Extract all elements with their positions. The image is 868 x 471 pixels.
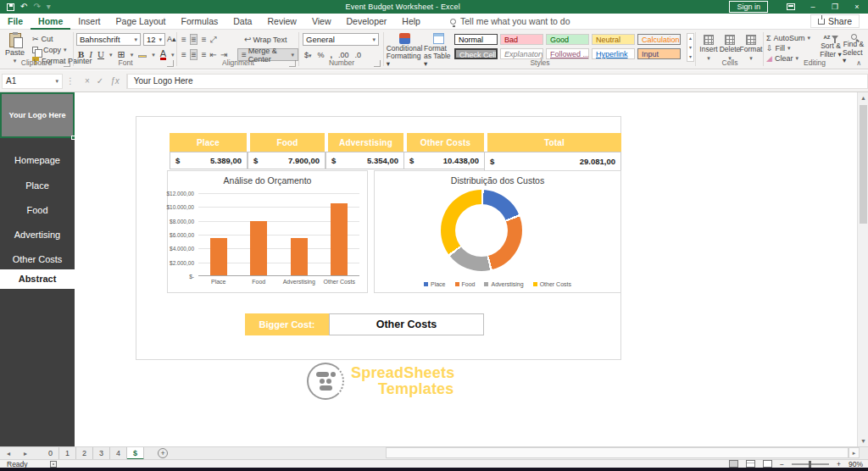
bar-chart[interactable]: Análise do Orçamento $12.000,00$10.000,0…: [167, 170, 368, 293]
tab-home[interactable]: Home: [31, 14, 70, 30]
align-bottom-icon[interactable]: ≡: [202, 35, 206, 44]
ribbon-display-options-icon[interactable]: [780, 3, 802, 11]
styles-gallery-scrollbar[interactable]: ▴ ▾ ▾: [687, 33, 694, 62]
macro-record-icon[interactable]: [50, 461, 57, 468]
table-header-total[interactable]: Total: [486, 133, 621, 152]
sheet-tab-2[interactable]: 2: [76, 447, 93, 460]
font-dialog-launcher[interactable]: [167, 60, 174, 67]
tab-developer[interactable]: Developer: [338, 14, 394, 30]
page-break-view-icon[interactable]: [763, 460, 772, 468]
fill-color-icon[interactable]: [138, 51, 147, 59]
zoom-out-icon[interactable]: −: [780, 460, 784, 468]
table-value-place[interactable]: $5.389,00: [170, 152, 248, 169]
scroll-up-icon[interactable]: ▲: [858, 92, 868, 103]
alignment-dialog-launcher[interactable]: [289, 60, 296, 67]
horizontal-scrollbar[interactable]: [386, 447, 849, 458]
tab-review[interactable]: Review: [259, 14, 303, 30]
zoom-slider-thumb[interactable]: [809, 461, 811, 468]
zoom-in-icon[interactable]: +: [837, 460, 841, 468]
vertical-scrollbar[interactable]: ▲ ▼: [857, 92, 868, 446]
align-middle-icon[interactable]: ≡: [190, 34, 198, 45]
new-sheet-icon[interactable]: +: [158, 448, 168, 458]
share-button[interactable]: Share: [810, 14, 860, 28]
insert-function-icon[interactable]: ƒx: [110, 76, 120, 86]
sheet-tab-0[interactable]: 0: [42, 447, 59, 460]
tab-help[interactable]: Help: [394, 14, 428, 30]
fill-button[interactable]: ⇩ Fill▾: [766, 43, 810, 53]
sheet-nav-right-icon[interactable]: ▸: [17, 450, 34, 457]
tab-insert[interactable]: Insert: [70, 14, 108, 30]
comma-style-icon[interactable]: ,: [331, 51, 333, 59]
zoom-level[interactable]: 90%: [849, 460, 863, 468]
clipboard-dialog-launcher[interactable]: [64, 60, 70, 67]
undo-icon[interactable]: ↶: [20, 3, 27, 11]
sidebar-item-abstract-active[interactable]: Abstract: [0, 269, 75, 289]
table-value-total[interactable]: $29.081,00: [484, 152, 621, 171]
orientation-icon[interactable]: ⤢: [210, 35, 216, 45]
table-header-food[interactable]: Food: [248, 133, 325, 152]
sheet-tab-active[interactable]: $: [127, 447, 144, 460]
tell-me-box[interactable]: Tell me what you want to do: [450, 16, 570, 26]
tab-file[interactable]: File: [0, 14, 31, 30]
sidebar-item-advertising[interactable]: Advertising: [0, 228, 75, 241]
table-header-advertising[interactable]: Adverstising: [326, 133, 403, 152]
sheet-tab-1[interactable]: 1: [59, 447, 76, 460]
sheet-tab-3[interactable]: 3: [93, 447, 110, 460]
donut-chart[interactable]: Distribuição dos Custos PlaceFoodAdverst…: [374, 170, 621, 293]
accounting-format-icon[interactable]: $▾: [304, 51, 312, 59]
cancel-icon[interactable]: ×: [85, 76, 90, 86]
decrease-decimal-icon[interactable]: .0: [355, 51, 362, 59]
tab-page-layout[interactable]: Page Layout: [108, 14, 174, 30]
table-header-place[interactable]: Place: [170, 133, 247, 152]
sheet-nav-left-icon[interactable]: ◂: [0, 450, 17, 457]
vertical-scroll-thumb[interactable]: [860, 105, 867, 224]
logo-cell-selected[interactable]: Your Logo Here: [0, 92, 75, 138]
scroll-down-icon[interactable]: ▼: [858, 435, 868, 446]
sidebar-item-homepage[interactable]: Homepage: [0, 153, 75, 167]
tab-data[interactable]: Data: [225, 14, 259, 30]
align-top-icon[interactable]: ≡: [181, 35, 186, 44]
page-layout-view-icon[interactable]: [746, 460, 755, 468]
tab-formulas[interactable]: Formulas: [174, 14, 226, 30]
sort-filter-button[interactable]: AZ Sort & Filter ▾: [819, 34, 843, 58]
collapse-ribbon-icon[interactable]: ∧: [856, 59, 861, 67]
style-bad[interactable]: Bad: [500, 34, 543, 45]
number-format-select[interactable]: General▾: [303, 33, 379, 46]
table-header-other-costs[interactable]: Other Costs: [405, 133, 484, 152]
customize-qat-icon[interactable]: ▾: [47, 3, 51, 11]
style-calculation[interactable]: Calculation: [637, 34, 681, 45]
sidebar-item-place[interactable]: Place: [0, 179, 75, 192]
number-dialog-launcher[interactable]: [374, 60, 381, 67]
sidebar-item-other-costs[interactable]: Other Costs: [0, 252, 75, 266]
table-value-other-costs[interactable]: $10.438,00: [403, 152, 485, 169]
enter-icon[interactable]: ✓: [97, 76, 103, 86]
table-value-advertising[interactable]: $5.354,00: [326, 152, 404, 169]
wrap-text-button[interactable]: ↩ Wrap Text: [244, 34, 287, 45]
increase-decimal-icon[interactable]: .00: [338, 51, 349, 59]
minimize-button[interactable]: –: [802, 3, 824, 11]
style-neutral[interactable]: Neutral: [592, 34, 635, 45]
zoom-slider[interactable]: [792, 463, 829, 465]
style-normal[interactable]: Normal: [454, 34, 498, 45]
formula-bar-input[interactable]: Your Logo Here: [127, 74, 868, 89]
tab-view[interactable]: View: [304, 14, 339, 30]
normal-view-icon[interactable]: [729, 460, 738, 468]
autosum-button[interactable]: Σ AutoSum▾: [766, 33, 810, 43]
style-good[interactable]: Good: [546, 34, 589, 45]
save-icon[interactable]: [7, 3, 14, 11]
redo-icon[interactable]: ↷: [33, 3, 40, 11]
sheet-tab-4[interactable]: 4: [110, 447, 127, 460]
bigger-cost-value[interactable]: Other Costs: [329, 313, 484, 335]
close-button[interactable]: ×: [846, 3, 868, 11]
font-name-select[interactable]: Bahnschrift▾: [76, 33, 141, 46]
font-size-select[interactable]: 12▾: [143, 33, 165, 46]
name-box[interactable]: A1▾: [2, 74, 63, 89]
hscroll-right-icon[interactable]: ▸: [849, 447, 860, 458]
selection-fill-handle[interactable]: [71, 136, 75, 140]
sign-in-button[interactable]: Sign in: [729, 1, 768, 13]
grow-font-icon[interactable]: A▴: [167, 35, 176, 43]
restore-button[interactable]: ❐: [824, 3, 846, 11]
percent-style-icon[interactable]: %: [318, 51, 325, 59]
sidebar-item-food[interactable]: Food: [0, 203, 75, 217]
table-value-food[interactable]: $7.900,00: [248, 152, 326, 169]
